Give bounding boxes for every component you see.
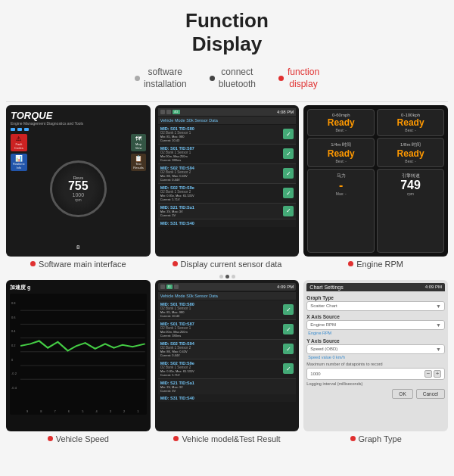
cs-x-axis-dropdown[interactable]: Engine RPM ▼ [306, 320, 445, 330]
sensor-list: MID: S01 TID:S80 O2 Bank 1 Sensor 1 Min:… [158, 125, 297, 227]
cell-torque-main: TORQUE Engine Management Diagnostics and… [6, 105, 151, 269]
chart-settings-screen: Chart Settings 4:09 PM Graph Type Scatte… [303, 280, 448, 431]
cs-max-dp-label: Maximum number of datapoints to record [306, 362, 445, 366]
check-4[interactable]: ✓ [283, 188, 294, 198]
model-check-3[interactable]: ✓ [283, 344, 294, 354]
dot-1 [219, 275, 223, 278]
label-torque-main: Software main interface [30, 260, 126, 269]
vehicle-mode-bar: Vehicle Mode S0k Sensor Data [158, 117, 297, 124]
rpm-top-row: 0-60mph Ready Best: - 0-100kph Ready Bes… [307, 109, 444, 136]
nav-label-connect: connectbluetooth [219, 67, 256, 90]
cs-y-arrow: ▼ [436, 347, 441, 352]
sensor-time: 4:08 PM [277, 110, 294, 114]
nav-step-function[interactable]: functiondisplay [278, 67, 319, 90]
nav-label-software: softwareinstallation [144, 67, 187, 90]
label-model-test: Vehicle model&Test Result [173, 434, 280, 443]
engine-rpm-screen: 0-60mph Ready Best: - 0-100kph Ready Bes… [303, 105, 448, 257]
map-view-btn[interactable]: 🗺 Map View [131, 134, 145, 151]
model-item-1[interactable]: MID: S01 TID:S80 O2 Bank 1 Sensor 1 Min:… [158, 300, 297, 320]
main-gauge: Revs 755 1000 rpm [50, 160, 107, 217]
torque-main-screen: TORQUE Engine Management Diagnostics and… [6, 105, 151, 257]
cs-cancel-btn[interactable]: Cancel [416, 389, 445, 399]
sensor-item-6[interactable]: MID: S31 TID:S40 [158, 219, 297, 227]
cs-x-axis-label: X Axis Source [306, 314, 445, 319]
cs-y-axis-dropdown[interactable]: Speed (OBD) ▼ [306, 344, 445, 354]
check-5[interactable]: ✓ [283, 206, 294, 216]
label-dot-3 [348, 261, 353, 266]
cs-x-highlight: Engine RPM [306, 331, 445, 335]
cell-graph-type: Chart Settings 4:09 PM Graph Type Scatte… [303, 280, 448, 443]
cs-graph-type-arrow: ▼ [436, 303, 441, 309]
model-item-4[interactable]: MID: S02 TID:S9e O2 Bank 1 Sensor 2 Min:… [158, 359, 297, 379]
model-check-4[interactable]: ✓ [283, 363, 294, 374]
sensor-item-4[interactable]: MID: S02 TID:S9e O2 Bank 1 Sensor 2 Min:… [158, 184, 297, 204]
model-time: 4:09 PM [277, 285, 294, 289]
model-test-screen: 4G 4:09 PM Vehicle Mode S0k Sensor Data … [155, 280, 300, 431]
page-title: Function Display [0, 9, 454, 56]
cs-x-axis-value: Engine RPM [310, 322, 336, 327]
box-engine-speed: 引擎转速 749 rpm [377, 169, 444, 253]
realtime-info-btn[interactable]: 📊 Realtime Info [11, 154, 27, 171]
cs-graph-type-dropdown[interactable]: Scatter Chart ▼ [306, 301, 445, 311]
cs-plus-btn[interactable]: + [434, 370, 441, 378]
cs-ok-btn[interactable]: OK [392, 389, 412, 399]
check-1[interactable]: ✓ [283, 129, 294, 139]
label-dot-4 [48, 436, 53, 441]
label-graph-type: Graph Type [350, 434, 402, 443]
cs-graph-type-value: Scatter Chart [310, 303, 337, 308]
box-quarter-mile: 1/4m 时间 Ready Best: - [307, 138, 375, 167]
model-item-5[interactable]: MID: S21 TID:Sa1 Min: 3V, Max: 3V Curren… [158, 379, 297, 394]
check-3[interactable]: ✓ [283, 168, 294, 179]
model-check-1[interactable]: ✓ [283, 304, 294, 315]
top-screenshot-grid: TORQUE Engine Management Diagnostics and… [0, 105, 454, 269]
cs-minus-btn[interactable]: − [424, 370, 432, 378]
nav-step-connect[interactable]: connectbluetooth [210, 67, 256, 90]
nav-step-software[interactable]: softwareinstallation [135, 67, 187, 90]
cs-graph-type-label: Graph Type [306, 295, 445, 300]
model-check-2[interactable]: ✓ [283, 324, 294, 334]
rpm-unit: rpm [75, 198, 82, 202]
speed-title: 加速度 g [10, 284, 147, 291]
cs-max-dp-row: 1000 − + [306, 368, 445, 380]
nav-label-function: functiondisplay [288, 67, 319, 90]
sensor-item-1[interactable]: MID: S01 TID:S80 O2 Bank 1 Sensor 1 Min:… [158, 125, 297, 145]
torque-subtitle: Engine Management Diagnostics and Tools [11, 121, 146, 126]
cs-max-dp-value: 1000 [310, 372, 320, 376]
speed-screen: 加速度 g 0.8 0.6 0.4 0.2 0 -0.2 -0.4 [6, 280, 151, 431]
box-eighth-mile: 1/8m 时间 Ready Best: - [377, 138, 444, 167]
revs-value: 755 [68, 180, 89, 192]
sensor-item-2[interactable]: MID: S01 TID:S87 O2 Bank 1 Sensor 1 Min:… [158, 145, 297, 164]
sensor-item-3[interactable]: MID: S02 TID:S94 O2 Bank 1 Sensor 2 Min:… [158, 164, 297, 184]
test-results-btn[interactable]: 📋 Test Results [131, 154, 145, 171]
label-vehicle-speed: Vehicle Speed [48, 434, 109, 443]
model-item-6[interactable]: MID: S31 TID:S40 [158, 394, 297, 402]
cell-vehicle-speed: 加速度 g 0.8 0.6 0.4 0.2 0 -0.2 -0.4 [6, 280, 151, 443]
sensor-data-screen: 4G 4:08 PM Vehicle Mode S0k Sensor Data … [155, 105, 300, 257]
nav-dot-function [278, 76, 284, 81]
divider-top [6, 101, 448, 102]
bottom-number: 8 [11, 244, 146, 252]
label-engine-rpm: Engine RPM [348, 260, 403, 269]
cs-y-axis-value: Speed (OBD) [310, 347, 337, 351]
cs-log-interval-label: Logging interval (milliseconds) [306, 381, 445, 386]
fault-codes-btn[interactable]: ⚠ Fault Codes [11, 134, 27, 151]
rpm-value: 1000 [73, 192, 85, 198]
bottom-screenshot-grid: 加速度 g 0.8 0.6 0.4 0.2 0 -0.2 -0.4 [0, 280, 454, 443]
label-dot-6 [350, 436, 356, 441]
rpm-bottom-row: 马力 - Max: - 引擎转速 749 rpm [307, 169, 444, 253]
page-header: Function Display [0, 0, 454, 62]
vehicle-mode-bar2: Vehicle Mode S0k Sensor Data [158, 292, 297, 300]
model-item-2[interactable]: MID: S01 TID:S87 O2 Bank 1 Sensor 1 Min:… [158, 320, 297, 340]
cell-sensor-data: 4G 4:08 PM Vehicle Mode S0k Sensor Data … [155, 105, 300, 269]
check-2[interactable]: ✓ [283, 148, 294, 159]
model-item-3[interactable]: MID: S02 TID:S94 O2 Bank 1 Sensor 2 Min:… [158, 340, 297, 359]
sensor-item-5[interactable]: MID: S21 TID:Sa1 Min: 3V, Max: 3V Curren… [158, 204, 297, 219]
dot-2 [225, 275, 229, 278]
nav-dot-software [135, 76, 140, 81]
speed-chart-container: 0.8 0.6 0.4 0.2 0 -0.2 -0.4 [10, 294, 147, 415]
cs-y-axis-label: Y Axis Source [306, 338, 445, 344]
rpm-mid-row: 1/4m 时间 Ready Best: - 1/8m 时间 Ready Best… [307, 138, 444, 167]
cell-model-test: 4G 4:09 PM Vehicle Mode S0k Sensor Data … [155, 280, 300, 443]
cs-y-highlight: Speed value 0 km/h [306, 355, 445, 359]
model-list: MID: S01 TID:S80 O2 Bank 1 Sensor 1 Min:… [158, 300, 297, 402]
